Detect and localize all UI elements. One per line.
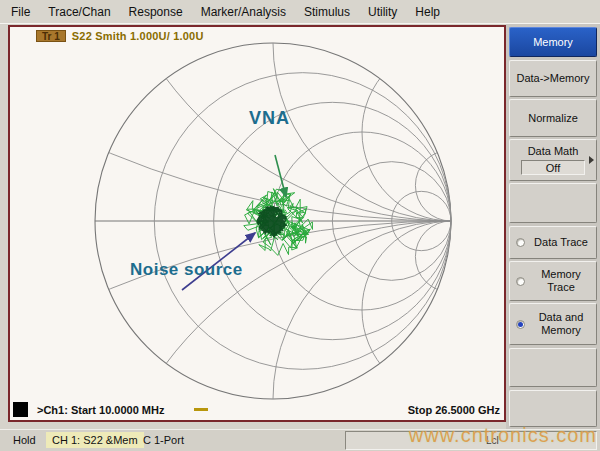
hold-status: Hold — [13, 434, 36, 446]
sweep-start-label: >Ch1: Start 10.0000 MHz — [37, 404, 164, 416]
channel-status-line: >Ch1: Start 10.0000 MHz Stop 26.5000 GHz — [10, 400, 504, 418]
softkey-normalize-label: Normalize — [528, 112, 578, 125]
status-bar: Hold CH 1: S22 &Mem C 1-Port Lcl — [0, 429, 600, 451]
noise-source-annotation: Noise source — [130, 260, 243, 279]
softkey-memory-trace-label: Memory Trace — [530, 268, 596, 294]
local-remote-status: Lcl — [486, 435, 499, 446]
softkey-blank-2[interactable] — [509, 348, 597, 387]
measurement-display: Tr 1 S22 Smith 1.000U/ 1.00U VNA Noise s… — [8, 25, 506, 422]
softkey-blank-3[interactable] — [509, 390, 597, 427]
menu-utility[interactable]: Utility — [359, 2, 406, 22]
softkey-data-math-label: Data Math — [528, 145, 579, 158]
menu-file[interactable]: File — [2, 2, 39, 22]
softkey-data-and-memory-label: Data and Memory — [530, 311, 596, 337]
menu-response[interactable]: Response — [120, 2, 192, 22]
status-message-field — [345, 431, 597, 450]
softkey-memory-label: Memory — [533, 36, 573, 49]
softkey-data-to-memory-label: Data->Memory — [516, 72, 589, 85]
menu-help[interactable]: Help — [406, 2, 449, 22]
softkey-normalize[interactable]: Normalize — [509, 99, 597, 137]
vna-annotation: VNA — [249, 108, 290, 128]
radio-off-icon[interactable] — [516, 277, 525, 286]
softkey-blank-1[interactable] — [509, 183, 597, 223]
softkey-data-trace-label: Data Trace — [530, 236, 596, 249]
submenu-arrow-icon — [589, 156, 594, 164]
calibration-status: C 1-Port — [143, 434, 184, 446]
data-math-value[interactable]: Off — [521, 160, 585, 175]
smith-chart: VNA Noise source — [10, 27, 504, 420]
menu-bar: File Trace/Chan Response Marker/Analysis… — [0, 0, 600, 24]
vna-application-window: File Trace/Chan Response Marker/Analysis… — [0, 0, 600, 451]
menu-marker-analysis[interactable]: Marker/Analysis — [192, 2, 295, 22]
softkey-panel: Memory Data->Memory Normalize Data Math … — [506, 24, 600, 430]
softkey-data-trace[interactable]: Data Trace — [509, 226, 597, 259]
trace-color-dash-icon — [194, 408, 208, 411]
softkey-data-math[interactable]: Data Math Off — [509, 139, 597, 181]
sweep-indicator-icon — [13, 402, 28, 417]
menu-stimulus[interactable]: Stimulus — [295, 2, 359, 22]
softkey-data-and-memory[interactable]: Data and Memory — [509, 303, 597, 345]
menu-trace-chan[interactable]: Trace/Chan — [39, 2, 119, 22]
sweep-stop-label: Stop 26.5000 GHz — [408, 404, 500, 416]
softkey-data-to-memory[interactable]: Data->Memory — [509, 60, 597, 97]
radio-on-icon[interactable] — [516, 320, 525, 329]
radio-off-icon[interactable] — [516, 238, 525, 247]
softkey-memory-trace[interactable]: Memory Trace — [509, 261, 597, 301]
softkey-memory[interactable]: Memory — [509, 27, 597, 57]
channel-measurement-status: CH 1: S22 &Mem — [46, 432, 144, 448]
